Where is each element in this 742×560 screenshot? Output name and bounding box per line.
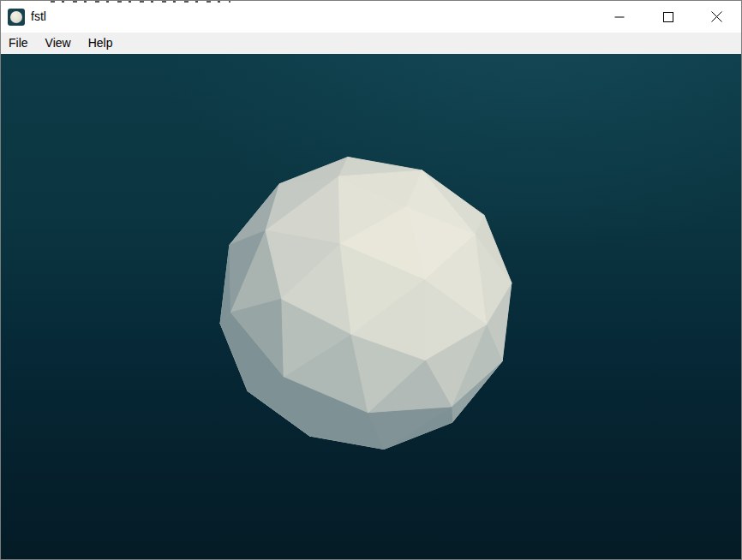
maximize-icon	[663, 12, 673, 22]
fstl-window: fstl File View Help	[0, 0, 742, 560]
maximize-button[interactable]	[643, 1, 692, 33]
title-bar[interactable]: fstl	[1, 1, 741, 33]
app-icon-sphere	[10, 11, 22, 23]
window-title: fstl	[31, 1, 46, 33]
close-button[interactable]	[692, 1, 741, 33]
model-viewport[interactable]	[1, 54, 741, 559]
minimize-button[interactable]	[595, 1, 643, 33]
fstl-app-icon	[8, 9, 25, 26]
menu-item-file[interactable]: File	[1, 33, 37, 54]
clipped-background-text-artifact	[51, 1, 230, 3]
minimize-icon	[614, 12, 625, 22]
menu-item-help[interactable]: Help	[80, 33, 122, 54]
menu-item-view[interactable]: View	[37, 33, 80, 54]
stl-model-icosphere	[1, 54, 741, 559]
close-icon	[711, 11, 722, 22]
window-controls	[595, 1, 741, 33]
menu-bar: File View Help	[1, 33, 741, 54]
